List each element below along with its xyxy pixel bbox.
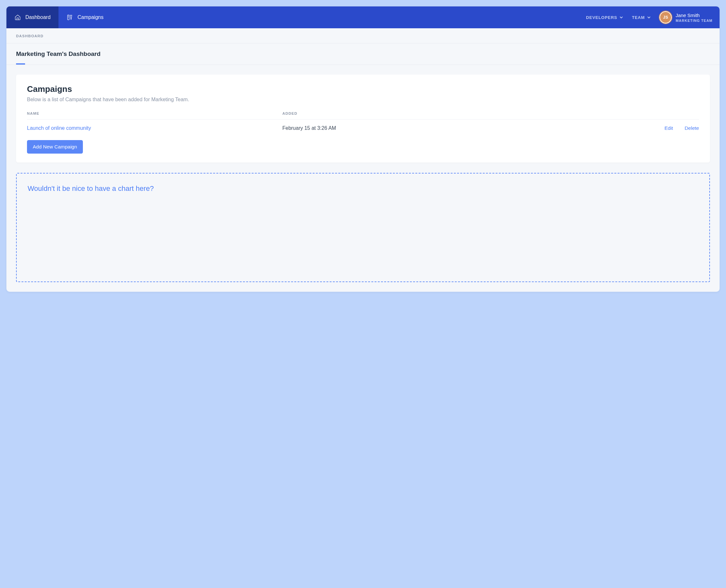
chevron-down-icon xyxy=(647,16,650,19)
user-subtitle: MARKETING TEAM xyxy=(676,19,712,22)
user-name: Jane Smith xyxy=(676,13,712,18)
design-icon xyxy=(66,14,73,21)
card-subtitle: Below is a list of Campaigns that have b… xyxy=(27,97,699,103)
nav-dropdown-label: TEAM xyxy=(632,15,645,20)
nav-right: DEVELOPERS TEAM JS Jane Smith MARKETING … xyxy=(586,6,720,28)
table-row: Launch of online community February 15 a… xyxy=(27,120,699,137)
avatar-initials: JS xyxy=(663,15,668,20)
delete-link[interactable]: Delete xyxy=(685,125,699,131)
campaign-name-link[interactable]: Launch of online community xyxy=(27,125,282,131)
nav-left: Dashboard Campaigns xyxy=(6,6,111,28)
column-header-added: ADDED xyxy=(282,111,551,115)
campaign-added-date: February 15 at 3:26 AM xyxy=(282,125,551,131)
campaigns-card: Campaigns Below is a list of Campaigns t… xyxy=(16,75,710,163)
add-new-campaign-button[interactable]: Add New Campaign xyxy=(27,140,83,153)
svg-rect-0 xyxy=(68,15,69,20)
card-title: Campaigns xyxy=(27,84,699,94)
nav-item-label: Dashboard xyxy=(25,15,50,20)
page-header: Marketing Team's Dashboard xyxy=(6,43,720,65)
breadcrumb-bar: DASHBOARD xyxy=(6,28,720,43)
nav-item-campaigns[interactable]: Campaigns xyxy=(59,6,111,28)
row-actions: Edit Delete xyxy=(551,125,699,131)
title-underline xyxy=(16,63,25,65)
column-header-name: NAME xyxy=(27,111,282,115)
avatar: JS xyxy=(660,11,672,23)
app-shell: Dashboard Campaigns DEVELOPERS TEAM xyxy=(6,6,720,292)
placeholder-text: Wouldn't it be nice to have a chart here… xyxy=(28,185,698,193)
edit-link[interactable]: Edit xyxy=(664,125,673,131)
nav-dropdown-team[interactable]: TEAM xyxy=(632,15,650,20)
chevron-down-icon xyxy=(620,16,623,19)
table-header: NAME ADDED xyxy=(27,111,699,120)
nav-dropdown-developers[interactable]: DEVELOPERS xyxy=(586,15,623,20)
user-menu[interactable]: JS Jane Smith MARKETING TEAM xyxy=(660,11,712,23)
chart-placeholder: Wouldn't it be nice to have a chart here… xyxy=(16,173,710,282)
campaigns-table: NAME ADDED Launch of online community Fe… xyxy=(27,111,699,137)
top-nav: Dashboard Campaigns DEVELOPERS TEAM xyxy=(6,6,720,28)
nav-dropdown-label: DEVELOPERS xyxy=(586,15,617,20)
breadcrumb: DASHBOARD xyxy=(16,34,44,38)
nav-item-dashboard[interactable]: Dashboard xyxy=(6,6,59,28)
home-icon xyxy=(15,14,21,21)
content-area: Campaigns Below is a list of Campaigns t… xyxy=(6,65,720,292)
nav-item-label: Campaigns xyxy=(78,15,103,20)
page-title: Marketing Team's Dashboard xyxy=(16,50,710,58)
